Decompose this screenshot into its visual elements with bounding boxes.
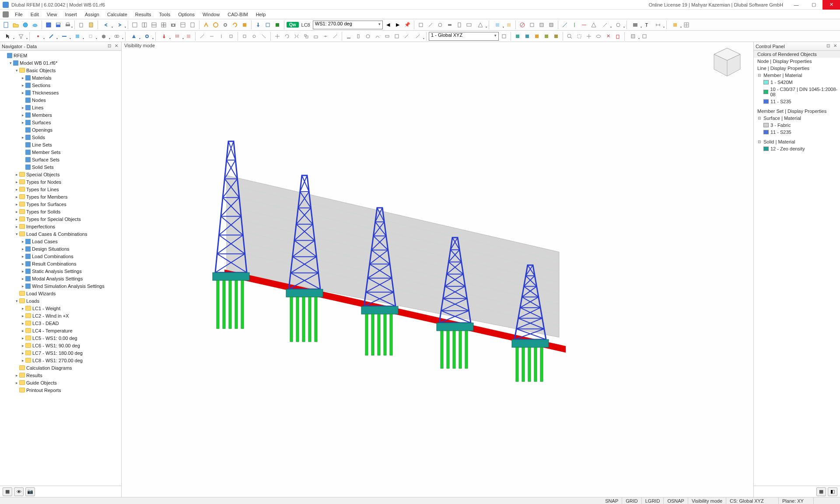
tree-bottom-2[interactable]: ▸Guide Objects [0, 379, 121, 386]
tree-basic-10[interactable]: Member Sets [0, 148, 121, 156]
control-panel-close-icon[interactable]: ✕ [832, 43, 838, 49]
calc-icon[interactable] [202, 21, 210, 29]
scale-icon[interactable] [302, 32, 311, 41]
tree-basic-12[interactable]: Solid Sets [0, 163, 121, 171]
tool-e-icon[interactable] [455, 21, 464, 29]
cp-members-item-0[interactable]: 1 - S420M [754, 79, 840, 86]
view4-icon[interactable] [159, 21, 168, 29]
tree-load-1[interactable]: ▸LC2 - Wind in +X [0, 312, 121, 319]
axis4-icon[interactable] [589, 21, 598, 29]
view2-icon[interactable] [140, 21, 149, 29]
status-lgrid[interactable]: LGRID [642, 497, 664, 504]
tree-basic-6[interactable]: ▸Surfaces [0, 119, 121, 126]
tree-lcc-6[interactable]: ▸Wind Simulation Analysis Settings [0, 282, 121, 290]
orbit-icon[interactable] [594, 32, 603, 41]
tool-g-icon[interactable]: ▾ [474, 21, 486, 29]
tree-group-2[interactable]: ▸Types for Lines [0, 186, 121, 193]
cp-solids-item-0[interactable]: 12 - Zeo density [754, 145, 840, 152]
close-button[interactable]: ✕ [822, 0, 840, 10]
mirror-icon[interactable] [292, 32, 301, 41]
divide-icon[interactable] [321, 32, 330, 41]
tree-group-6[interactable]: ▸Types for Special Objects [0, 215, 121, 223]
tree-group-3[interactable]: ▸Types for Members [0, 193, 121, 200]
new-icon[interactable] [2, 21, 10, 29]
model-canvas[interactable] [122, 42, 753, 497]
status-osnap[interactable]: OSNAP [664, 497, 688, 504]
tree-basic-8[interactable]: ▸Solids [0, 133, 121, 141]
calc2-icon[interactable] [211, 21, 220, 29]
menu-view[interactable]: View [43, 11, 61, 18]
tree-basic-objects[interactable]: ▾Basic Objects [0, 66, 121, 74]
tool-f-icon[interactable] [465, 21, 473, 29]
tree-group-5[interactable]: ▸Types for Solids [0, 208, 121, 215]
axis3-icon[interactable] [580, 21, 588, 29]
member-icon[interactable]: ▾ [58, 32, 70, 41]
tree-load-0[interactable]: ▸LC1 - Weight [0, 304, 121, 312]
cp-btn1-icon[interactable]: ▦ [816, 487, 826, 496]
snap3-icon[interactable] [259, 32, 268, 41]
tree-lcc-2[interactable]: ▸Load Combinations [0, 252, 121, 260]
trim-icon[interactable] [331, 32, 340, 41]
filter-icon[interactable]: ▾ [15, 32, 27, 41]
plane-icon[interactable]: ▾ [627, 32, 639, 41]
open-icon[interactable] [11, 21, 20, 29]
tree-root[interactable]: RFEM [0, 52, 121, 59]
section-icon[interactable] [344, 32, 353, 41]
cp-solid-mat[interactable]: ⊟Solid | Material [754, 138, 840, 145]
rotate-icon[interactable] [283, 32, 291, 41]
load2-icon[interactable] [263, 21, 272, 29]
render5-icon[interactable] [552, 32, 560, 41]
node-icon[interactable]: ▾ [32, 32, 44, 41]
tool-d-icon[interactable] [445, 21, 454, 29]
menu-insert[interactable]: Insert [61, 11, 80, 18]
tree-basic-7[interactable]: Openings [0, 126, 121, 133]
load-icon[interactable] [254, 21, 262, 29]
tree-group-7[interactable]: ▸Imperfections [0, 223, 121, 230]
support-icon[interactable]: ▾ [128, 32, 140, 41]
pan-icon[interactable] [584, 32, 593, 41]
box2-icon[interactable] [537, 21, 546, 29]
tree-load-6[interactable]: ▸LC7 - WS1: 180.00 deg [0, 349, 121, 357]
cp-surfaces-item-1[interactable]: 11 - S235 [754, 129, 840, 136]
tree-lcc-5[interactable]: ▸Modal Analysis Settings [0, 275, 121, 282]
display-icon[interactable]: ▾ [629, 21, 641, 29]
cp-members-item-2[interactable]: 11 - S235 [754, 98, 840, 105]
mod2-icon[interactable] [364, 32, 372, 41]
cp-node-disp[interactable]: Node | Display Properties [754, 58, 840, 65]
saveas-icon[interactable] [54, 21, 63, 29]
open-web-icon[interactable] [21, 21, 30, 29]
tree-load-7[interactable]: ▸LC8 - WS1: 270.00 deg [0, 357, 121, 364]
tool-a-icon[interactable] [416, 21, 425, 29]
zoom-win-icon[interactable] [575, 32, 584, 41]
nav-cube[interactable] [710, 45, 745, 80]
pin-icon[interactable]: 📌 [403, 21, 412, 29]
navigator-close-icon[interactable]: ✕ [113, 43, 119, 49]
tree-model[interactable]: ▾Model WB 01.rf6* [0, 59, 121, 66]
tree-load-3[interactable]: ▸LC4 - Temperature [0, 327, 121, 334]
load3-icon[interactable] [184, 32, 193, 41]
box3-icon[interactable] [547, 21, 556, 29]
status-grid[interactable]: GRID [622, 497, 642, 504]
menu-results[interactable]: Results [132, 11, 155, 18]
menu-calculate[interactable]: Calculate [104, 11, 131, 18]
tree-lcc-3[interactable]: ▸Result Combinations [0, 260, 121, 267]
text-icon[interactable]: T [642, 21, 651, 29]
paste-icon[interactable] [87, 21, 95, 29]
hinge-icon[interactable]: ▾ [141, 32, 153, 41]
snap2-icon[interactable] [250, 32, 259, 41]
tree-lcc[interactable]: ▾Load Cases & Combinations [0, 230, 121, 238]
undo-icon[interactable]: ▾ [100, 21, 112, 29]
copy-icon[interactable] [77, 21, 86, 29]
plane2-icon[interactable] [640, 32, 649, 41]
gear-icon[interactable] [221, 21, 230, 29]
view1-icon[interactable] [130, 21, 139, 29]
loadcase-combo[interactable]: WS1: 270.00 deg [313, 21, 383, 29]
load2-icon[interactable]: ▾ [171, 32, 183, 41]
nav-tab-data-icon[interactable]: ▦ [3, 487, 12, 496]
tree-lcc-0[interactable]: ▸Load Cases [0, 238, 121, 245]
mod7-icon[interactable]: ▾ [412, 32, 424, 41]
tree-load-2[interactable]: ▸LC3 - DEAD [0, 319, 121, 327]
tree-basic-2[interactable]: ▸Thicknesses [0, 89, 121, 96]
minimize-button[interactable]: — [788, 0, 805, 10]
render2-icon[interactable] [523, 32, 532, 41]
